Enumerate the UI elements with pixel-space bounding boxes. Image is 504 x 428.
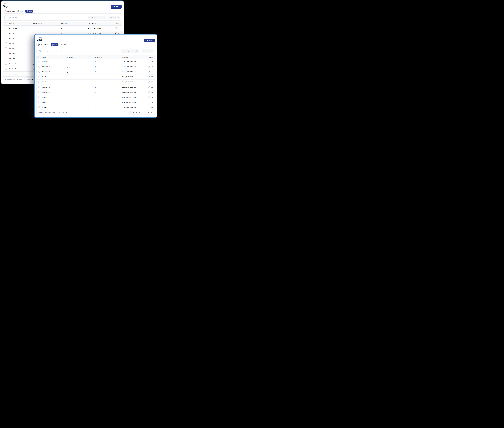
row-checkbox[interactable] [38, 61, 40, 62]
row-checkbox[interactable] [38, 96, 40, 98]
row-checkbox[interactable] [38, 86, 40, 88]
tab-label: All Contacts [8, 10, 15, 12]
edit-button[interactable]: Edit [148, 86, 153, 88]
row-checkbox[interactable] [38, 81, 40, 83]
cell-description: _ [67, 81, 95, 83]
column-header-created-at[interactable]: Created At [88, 23, 107, 24]
edit-button[interactable]: Edit [115, 27, 120, 29]
cell-name: New Form 01 [9, 58, 33, 59]
row-checkbox[interactable] [5, 42, 7, 44]
tab-label: Tags [29, 10, 32, 12]
row-checkbox[interactable] [5, 27, 7, 29]
search-icon [6, 17, 8, 18]
row-checkbox[interactable] [5, 58, 7, 59]
edit-button[interactable]: Edit [148, 101, 153, 103]
pencil-icon [148, 96, 150, 98]
date-range-label: Date Range [89, 17, 96, 18]
column-header-contacts[interactable]: Contacts [95, 56, 121, 58]
tab-tags[interactable]: Tags [61, 43, 66, 46]
row-checkbox[interactable] [38, 91, 40, 93]
cell-created-at: 12 Jan, 2025 - 12:25 am [88, 33, 107, 34]
edit-label: Edit [151, 71, 153, 73]
search-input[interactable] [8, 17, 27, 18]
select-all-checkbox[interactable] [38, 56, 40, 58]
page-number[interactable]: 85 [147, 111, 150, 114]
per-page-value: 10 [65, 112, 67, 113]
edit-label: Edit [151, 81, 153, 83]
cell-name: New Form 01 [42, 107, 67, 108]
page-number[interactable]: 1 [129, 111, 132, 114]
cell-name: New Form 01 [42, 97, 67, 98]
tab-all-contacts[interactable]: All Contacts [5, 10, 15, 13]
row-checkbox[interactable] [5, 63, 7, 65]
column-header-name[interactable]: Name [42, 56, 67, 58]
per-page-label: Per page [59, 112, 64, 113]
filter-icon [41, 23, 42, 24]
edit-button[interactable]: Edit [148, 91, 153, 93]
table-row: New Form 01 _ 2 12 Jan, 2025 - 12:25 am … [37, 64, 155, 69]
row-checkbox[interactable] [5, 32, 7, 34]
row-checkbox[interactable] [38, 66, 40, 67]
select-all-checkbox[interactable] [5, 23, 7, 24]
row-checkbox[interactable] [38, 76, 40, 78]
edit-label: Edit [151, 61, 153, 62]
pencil-icon [148, 76, 150, 78]
add-tags-button[interactable]: + Add Tags [111, 5, 122, 8]
row-checkbox[interactable] [5, 73, 7, 75]
cell-contacts: 2 [95, 91, 121, 93]
edit-button[interactable]: Edit [115, 32, 120, 34]
cell-description: _ [67, 61, 95, 62]
row-checkbox[interactable] [5, 53, 7, 54]
column-header-description[interactable]: Description [67, 56, 95, 58]
next-page-button[interactable] [150, 111, 153, 114]
row-checkbox[interactable] [38, 107, 40, 108]
per-page-select[interactable]: Per page 10 [58, 111, 71, 114]
edit-button[interactable]: Edit [148, 107, 153, 108]
column-header-contacts[interactable]: Contacts [61, 23, 88, 24]
bulk-action-dropdown[interactable]: Bulk Action [108, 16, 120, 19]
date-range-picker[interactable]: Date Range [121, 49, 139, 53]
page-number[interactable]: 4 [138, 111, 141, 114]
column-header-name[interactable]: Name [9, 23, 33, 24]
column-header-created-at[interactable]: Created At [121, 56, 140, 58]
tab-tags[interactable]: Tags [25, 10, 33, 13]
edit-label: Edit [151, 102, 153, 103]
tab-lists[interactable]: Lists [51, 43, 58, 46]
edit-button[interactable]: Edit [148, 76, 153, 78]
table-row: New Form 01 _ 2 12 Jan, 2025 - 12:25 am … [37, 59, 155, 64]
search-input[interactable] [42, 50, 60, 52]
add-lists-button[interactable]: + Add Lists [144, 39, 155, 42]
cell-contacts: 2 [61, 27, 88, 29]
page-number[interactable]: 2 [132, 111, 135, 114]
edit-button[interactable]: Edit [148, 61, 153, 62]
row-checkbox[interactable] [5, 68, 7, 70]
cell-contacts: 2 [95, 97, 121, 98]
edit-button[interactable]: Edit [148, 96, 153, 98]
table-row: New Form 01 _ 2 12 Jan, 2025 - 12:25 am … [37, 105, 155, 110]
pencil-icon [148, 61, 150, 62]
cell-name: New Form 01 [9, 63, 33, 65]
page-number[interactable]: 3 [135, 111, 138, 114]
tab-all-contacts[interactable]: All Contacts [38, 43, 48, 46]
tab-lists[interactable]: Lists [17, 10, 23, 13]
tabs-bar: All Contacts Lists Tags [3, 9, 122, 14]
column-header-description[interactable]: Description [33, 23, 61, 24]
clipboard-icon [52, 44, 54, 46]
bulk-action-dropdown[interactable]: Bulk Action [142, 49, 153, 53]
edit-button[interactable]: Edit [148, 81, 153, 83]
row-checkbox[interactable] [5, 47, 7, 49]
page-number[interactable]: 84 [144, 111, 147, 114]
edit-button[interactable]: Edit [148, 71, 153, 73]
cell-contacts: 2 [95, 81, 121, 83]
row-checkbox[interactable] [5, 37, 7, 39]
edit-button[interactable]: Edit [148, 66, 153, 68]
row-checkbox[interactable] [38, 101, 40, 103]
cell-contacts: 2 [95, 61, 121, 62]
table-header: Name Description Contacts Created At Act… [37, 55, 155, 59]
row-checkbox[interactable] [38, 71, 40, 73]
date-range-picker[interactable]: Date Range [88, 16, 106, 19]
cell-name: New Form 01 [42, 71, 67, 73]
page-number[interactable]: ... [141, 111, 144, 114]
cell-name: New Form 01 [9, 68, 33, 70]
filter-actions: Date Range Bulk Action [88, 16, 120, 19]
